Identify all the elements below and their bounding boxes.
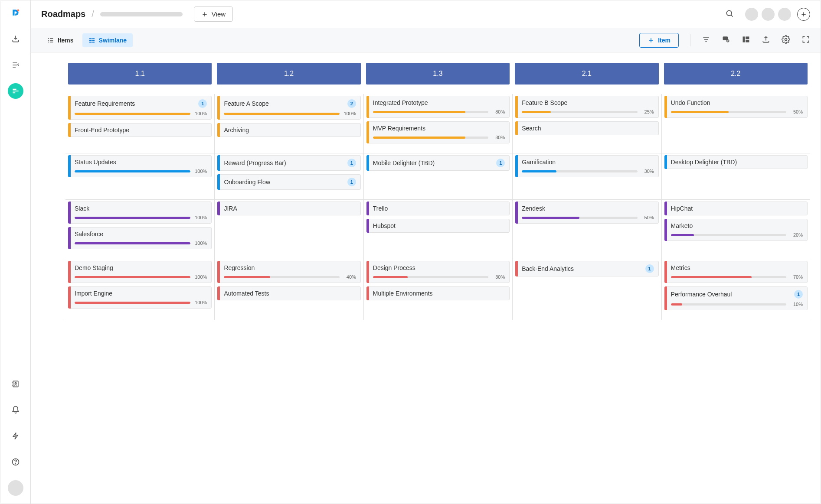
settings-icon[interactable]	[782, 35, 790, 45]
column-header[interactable]: 1.1	[68, 63, 212, 85]
roadmap-card[interactable]: HipChat	[664, 202, 808, 215]
roadmap-card[interactable]: Import Engine100%	[68, 286, 212, 309]
tab-swimlane[interactable]: Swimlane	[82, 33, 133, 47]
swimlane-cell[interactable]: Feature Requirements1100%Front-End Proto…	[65, 94, 214, 153]
roadmap-card[interactable]: Metrics70%	[664, 261, 808, 283]
roadmap-card[interactable]: Mobile Delighter (TBD)1	[366, 155, 510, 171]
roadmap-card[interactable]: JIRA	[217, 202, 360, 215]
avatar-2[interactable]	[762, 8, 775, 21]
roadmap-card[interactable]: Feature A Scope2100%	[217, 96, 360, 120]
roadmap-card[interactable]: Archiving	[217, 123, 360, 137]
roadmap-card[interactable]: Slack100%	[68, 202, 212, 224]
column-header[interactable]: 1.2	[217, 63, 360, 85]
roadmap-card[interactable]: Feature B Scope25%	[515, 96, 658, 118]
swimlane-cell[interactable]: Integrated Prototype80%MVP Requirements8…	[363, 94, 512, 153]
contacts-icon[interactable]	[8, 376, 23, 392]
activity-icon[interactable]	[8, 428, 23, 444]
export-icon[interactable]	[762, 35, 770, 45]
swimlane-cell[interactable]: Back-End Analytics1	[512, 259, 661, 320]
progress-percent: 80%	[492, 135, 505, 140]
progress-bar	[224, 113, 339, 115]
add-collaborator-button[interactable]	[797, 8, 810, 21]
card-title: Undo Function	[671, 99, 710, 106]
add-item-button[interactable]: Item	[639, 33, 679, 48]
progress-bar	[671, 276, 786, 278]
roadmap-card[interactable]: Trello	[366, 202, 510, 215]
fullscreen-icon[interactable]	[801, 35, 810, 45]
progress-bar	[671, 303, 786, 306]
swimlane-cell[interactable]: TrelloHubspot	[363, 200, 512, 259]
roadmap-card[interactable]: Back-End Analytics1	[515, 261, 658, 276]
roadmap-card[interactable]: Multiple Environments	[366, 286, 510, 300]
list-icon[interactable]	[8, 57, 23, 73]
swimlane-cell[interactable]: Slack100%Salesforce100%	[65, 200, 214, 259]
search-icon[interactable]	[725, 9, 734, 19]
roadmap-card[interactable]: Automated Tests	[217, 286, 360, 300]
card-title: Gamification	[522, 159, 556, 166]
swimlane-cell[interactable]: Regression40%Automated Tests	[214, 259, 363, 320]
card-title: Multiple Environments	[373, 290, 433, 297]
roadmap-card[interactable]: Reward (Progress Bar)1	[217, 155, 360, 171]
column-header[interactable]: 2.2	[664, 63, 808, 85]
roadmap-card[interactable]: Demo Staging100%	[68, 261, 212, 283]
swimlane-cell[interactable]: Zendesk50%	[512, 200, 661, 259]
tab-items[interactable]: Items	[41, 33, 80, 47]
swimlane-cell[interactable]: Mobile Delighter (TBD)1	[363, 153, 512, 200]
progress-bar	[671, 234, 786, 236]
add-view-button[interactable]: View	[194, 7, 233, 22]
help-icon[interactable]	[8, 454, 23, 470]
swimlane-cell[interactable]: HipChatMarketo20%	[661, 200, 810, 259]
roadmap-card[interactable]: Front-End Prototype	[68, 123, 212, 137]
logo-icon[interactable]	[11, 8, 20, 18]
roadmap-card[interactable]: Performance Overhaul110%	[664, 286, 808, 310]
card-badge: 1	[645, 264, 654, 273]
progress-percent: 80%	[492, 109, 505, 114]
inbox-icon[interactable]	[8, 31, 23, 47]
layout-icon[interactable]	[742, 35, 750, 45]
roadmap-card[interactable]: Desktop Delighter (TBD)	[664, 155, 808, 169]
swimlane-cell[interactable]: Feature B Scope25%Search	[512, 94, 661, 153]
roadmap-card[interactable]: Undo Function50%	[664, 96, 808, 118]
swimlane-cell[interactable]: Feature A Scope2100%Archiving	[214, 94, 363, 153]
roadmap-card[interactable]: Feature Requirements1100%	[68, 96, 212, 120]
roadmap-card[interactable]: MVP Requirements80%	[366, 121, 510, 143]
roadmap-card[interactable]: Marketo20%	[664, 219, 808, 241]
roadmap-card[interactable]: Search	[515, 121, 658, 135]
column-header[interactable]: 2.1	[515, 63, 658, 85]
lane-label-integrations[interactable]: INTEGRATIONS	[41, 200, 65, 253]
lane-label-stickiness[interactable]: STICKINESS	[41, 153, 65, 194]
link-icon[interactable]	[722, 35, 730, 45]
avatar-3[interactable]	[778, 8, 791, 21]
column-header[interactable]: 1.3	[366, 63, 510, 85]
swimlane-cell[interactable]: Status Updates100%	[65, 153, 214, 200]
roadmap-card[interactable]: Salesforce100%	[68, 227, 212, 249]
roadmap-name-placeholder[interactable]	[100, 12, 183, 16]
roadmap-card[interactable]: Zendesk50%	[515, 202, 658, 224]
swimlane-cell[interactable]: Design Process30%Multiple Environments	[363, 259, 512, 320]
swimlane-cell[interactable]: Reward (Progress Bar)1Onboarding Flow1	[214, 153, 363, 200]
user-avatar[interactable]	[8, 480, 23, 496]
roadmap-card[interactable]: Hubspot	[366, 219, 510, 233]
swimlane-board-scroll[interactable]: 1.11.21.32.12.2NEW FEATURESFeature Requi…	[31, 52, 821, 504]
filter-icon[interactable]	[702, 35, 710, 45]
swimlane-cell[interactable]: Metrics70%Performance Overhaul110%	[661, 259, 810, 320]
roadmap-card[interactable]: Onboarding Flow1	[217, 174, 360, 190]
lane-label-infra[interactable]: INFRA	[41, 259, 65, 314]
roadmap-card[interactable]: Regression40%	[217, 261, 360, 283]
swimlane-cell[interactable]: Gamification30%	[512, 153, 661, 200]
swimlane-cell[interactable]: JIRA	[214, 200, 363, 259]
svg-point-6	[48, 38, 49, 39]
swimlane-cell[interactable]: Desktop Delighter (TBD)	[661, 153, 810, 200]
roadmap-card[interactable]: Status Updates100%	[68, 155, 212, 177]
swimlane-cell[interactable]: Demo Staging100%Import Engine100%	[65, 259, 214, 320]
card-title: Reward (Progress Bar)	[224, 159, 286, 166]
avatar-1[interactable]	[745, 8, 758, 21]
swimlane-cell[interactable]: Undo Function50%	[661, 94, 810, 153]
progress-bar	[75, 217, 190, 219]
roadmap-card[interactable]: Design Process30%	[366, 261, 510, 283]
roadmap-card[interactable]: Integrated Prototype80%	[366, 96, 510, 118]
lane-label-new-features[interactable]: NEW FEATURES	[41, 94, 65, 147]
roadmap-card[interactable]: Gamification30%	[515, 155, 658, 177]
notifications-icon[interactable]	[8, 402, 23, 418]
roadmap-icon[interactable]	[8, 83, 23, 99]
